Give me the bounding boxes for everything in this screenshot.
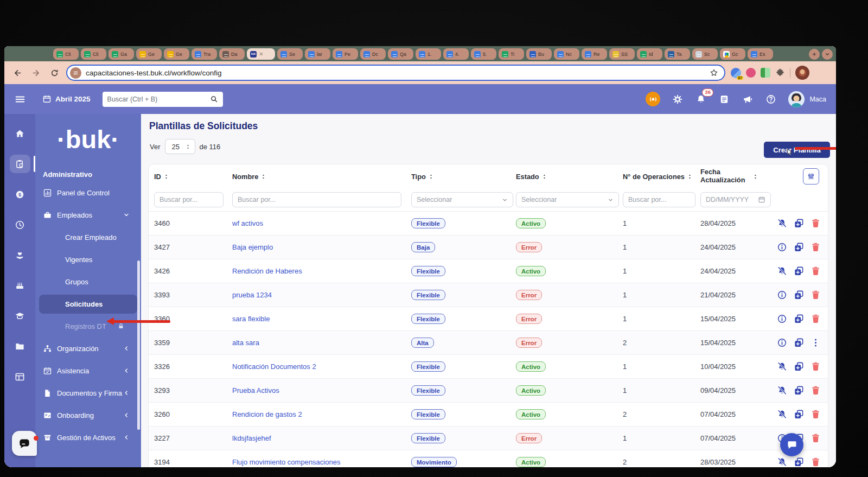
column-header-id[interactable]: ID — [154, 173, 232, 181]
hamburger-menu-icon[interactable] — [14, 93, 26, 105]
reload-button[interactable] — [48, 66, 61, 79]
sidebar-item-vigentes[interactable]: Vigentes — [35, 249, 141, 271]
bell-slash-button[interactable] — [776, 218, 787, 229]
bell-slash-button[interactable] — [776, 266, 787, 277]
trash-button[interactable] — [810, 457, 821, 468]
bell-slash-button[interactable] — [776, 409, 787, 420]
sidebar-item-crear-empleado[interactable]: Crear Empleado — [35, 226, 141, 249]
copy-plus-button[interactable] — [793, 361, 804, 372]
extension-icon[interactable] — [761, 68, 770, 78]
address-bar[interactable]: capacitaciones-test.buk.cl/workflow/conf… — [66, 65, 725, 81]
browser-tab[interactable]: Ti — [499, 48, 524, 60]
column-header-nombre[interactable]: Nombre — [232, 173, 411, 181]
period-selector[interactable]: Abril 2025 — [42, 94, 91, 104]
sort-icon[interactable] — [163, 174, 169, 180]
browser-tab[interactable]: 4. — [443, 48, 469, 60]
sort-icon[interactable] — [541, 174, 547, 180]
browser-profile-avatar[interactable] — [795, 66, 809, 80]
filter-date-input[interactable]: DD/MM/YYYY — [700, 192, 771, 207]
filter-select[interactable]: Seleccionar — [411, 192, 513, 207]
browser-tab[interactable]: Qa — [388, 48, 413, 60]
trash-button[interactable] — [810, 361, 821, 372]
user-name[interactable]: Maca — [809, 96, 826, 103]
info-button[interactable] — [776, 314, 787, 325]
bookmark-star-icon[interactable] — [709, 68, 719, 78]
sidebar-item-grupos[interactable]: Grupos — [35, 271, 141, 293]
kebab-button[interactable] — [810, 338, 821, 348]
settings-button[interactable] — [672, 93, 684, 105]
info-button[interactable] — [776, 290, 787, 301]
browser-tab[interactable]: Dc — [360, 48, 386, 60]
rail-item-clock[interactable] — [10, 215, 30, 234]
browser-tab[interactable]: buk — [247, 48, 275, 60]
template-name-link[interactable]: Baja ejemplo — [232, 243, 273, 251]
info-button[interactable] — [776, 338, 787, 348]
browser-tab[interactable]: lar — [305, 48, 330, 60]
browser-tab[interactable]: Sc — [692, 48, 718, 60]
tab-search-button[interactable] — [822, 49, 833, 60]
column-header-n-de-operaciones[interactable]: N° de Operaciones — [623, 173, 700, 181]
sidebar-item-onboarding[interactable]: Onboarding — [35, 404, 141, 427]
url-text[interactable]: capacitaciones-test.buk.cl/workflow/conf… — [86, 69, 705, 77]
filter-select[interactable]: Seleccionar — [516, 192, 619, 207]
bell-slash-button[interactable] — [776, 361, 787, 372]
extension-icon[interactable]: 87 — [731, 68, 741, 78]
rail-item-graduation-cap[interactable] — [10, 307, 30, 325]
rail-item-coin[interactable]: $ — [10, 185, 30, 203]
sort-icon[interactable] — [752, 174, 758, 180]
rail-item-cake[interactable] — [10, 276, 30, 295]
close-icon[interactable] — [259, 52, 264, 56]
global-search[interactable] — [103, 92, 223, 107]
forward-button[interactable] — [29, 66, 42, 79]
browser-tab[interactable]: 1. — [416, 48, 441, 60]
browser-tab[interactable]: SS — [609, 48, 635, 60]
trash-button[interactable] — [810, 242, 821, 253]
sidebar-item-panel-de-control[interactable]: Panel de Control — [35, 182, 141, 204]
site-settings-button[interactable] — [70, 67, 81, 79]
new-tab-button[interactable] — [809, 49, 820, 60]
copy-plus-button[interactable] — [793, 218, 804, 229]
template-name-link[interactable]: lkdsjfasjehef — [232, 434, 271, 442]
back-button[interactable] — [11, 66, 24, 79]
copy-plus-button[interactable] — [793, 266, 804, 277]
column-header-tipo[interactable]: Tipo — [411, 173, 516, 181]
copy-plus-button[interactable] — [793, 290, 804, 301]
sidebar-item-asistencia[interactable]: Asistencia — [35, 360, 141, 382]
browser-tab[interactable]: Es — [748, 48, 773, 60]
browser-tab[interactable]: Se — [277, 48, 303, 60]
support-chat-fab[interactable] — [780, 433, 803, 456]
browser-tab[interactable]: Gc — [720, 48, 745, 60]
extension-icon[interactable] — [746, 68, 756, 78]
browser-tab[interactable]: Id — [637, 48, 662, 60]
sidebar-item-solicitudes[interactable]: Solicitudes — [35, 293, 141, 315]
sort-icon[interactable] — [260, 174, 266, 180]
template-name-link[interactable]: alta sara — [232, 339, 259, 347]
template-name-link[interactable]: Flujo movimiento compensaciones — [232, 458, 340, 466]
chat-launcher[interactable] — [12, 431, 37, 456]
browser-tab[interactable]: Ga — [108, 48, 134, 60]
page-size-select[interactable]: 25 — [165, 139, 195, 154]
column-settings-button[interactable] — [803, 168, 819, 185]
browser-tab[interactable]: Da — [219, 48, 245, 60]
rail-item-folder[interactable] — [10, 337, 30, 355]
rail-item-app-window[interactable] — [10, 367, 30, 386]
search-input[interactable] — [107, 96, 207, 103]
browser-tab[interactable]: Cli — [81, 48, 106, 60]
notifications-button[interactable]: 36 — [695, 93, 707, 105]
bell-slash-button[interactable] — [776, 457, 787, 468]
filter-input[interactable] — [623, 192, 695, 207]
browser-tab[interactable]: 5. — [471, 48, 496, 60]
notes-button[interactable] — [718, 93, 730, 105]
record-button[interactable] — [646, 92, 660, 106]
template-name-link[interactable]: sara flexible — [232, 315, 270, 323]
sidebar-item-empleados[interactable]: Empleados — [35, 204, 141, 226]
rail-item-hand-heart[interactable] — [10, 246, 30, 264]
copy-plus-button[interactable] — [793, 338, 804, 348]
copy-plus-button[interactable] — [793, 457, 804, 468]
template-name-link[interactable]: Prueba Activos — [232, 386, 279, 395]
browser-tab[interactable]: Cli — [53, 48, 79, 60]
browser-tab[interactable]: Nc — [554, 48, 579, 60]
column-header-fecha-actualizaci-n[interactable]: Fecha Actualización — [700, 168, 776, 184]
trash-button[interactable] — [810, 314, 821, 325]
trash-button[interactable] — [810, 290, 821, 301]
